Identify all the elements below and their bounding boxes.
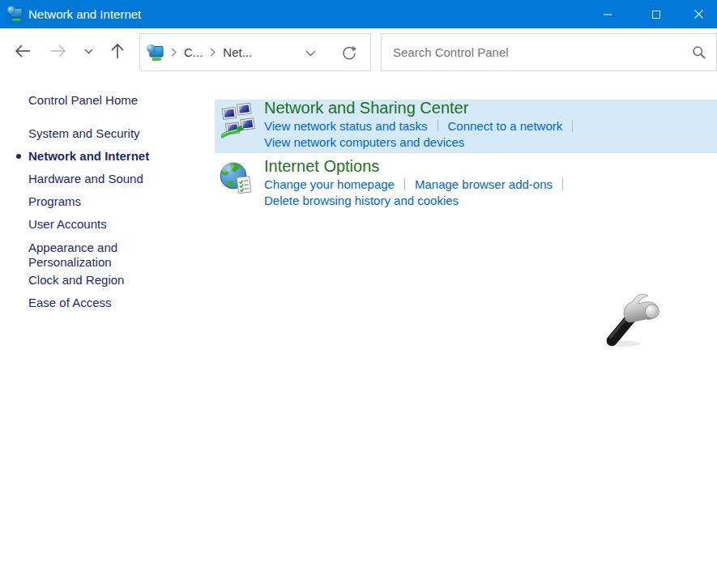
maximize-button[interactable] [632,0,681,28]
link-delete-browsing-history-and-cookies[interactable]: Delete browsing history and cookies [264,194,459,207]
sidebar-item-programs[interactable]: Programs [28,194,182,209]
sidebar-item-appearance-and-personalization[interactable]: Appearance and Personalization [28,241,158,270]
sidebar: Control Panel Home System and Security N… [0,74,215,588]
search-input[interactable] [382,34,716,70]
sidebar-item-label: Network and Internet [28,149,149,163]
link-view-network-computers-and-devices[interactable]: View network computers and devices [264,135,464,149]
link-change-your-homepage[interactable]: Change your homepage [264,177,395,191]
internet-options-icon[interactable] [219,160,254,196]
sidebar-item-label: Control Panel Home [28,93,138,107]
main-content: Network and Sharing Center View network … [215,74,717,588]
breadcrumb-network-and-internet[interactable]: Net... [221,40,254,64]
link-separator [572,120,573,132]
sidebar-item-control-panel-home[interactable]: Control Panel Home [28,93,182,108]
back-button[interactable] [10,28,36,74]
sidebar-item-label: Hardware and Sound [28,172,143,185]
sidebar-item-hardware-and-sound[interactable]: Hardware and Sound [28,172,182,186]
sidebar-item-label: User Accounts [28,217,107,231]
network-location-icon [146,43,165,62]
sidebar-item-label: Clock and Region [28,273,124,287]
breadcrumb-chevron-icon [171,48,177,57]
recent-pages-dropdown-button[interactable] [79,28,97,74]
sidebar-item-system-and-security[interactable]: System and Security [28,126,182,141]
chevron-down-icon [84,49,93,54]
sidebar-item-label: System and Security [28,126,140,140]
sidebar-item-label: Appearance and Personalization [28,241,117,269]
network-monitor-icon [6,5,24,23]
active-item-bullet-icon [16,154,21,159]
task-link-row: Delete browsing history and cookies [264,194,459,207]
forward-button[interactable] [45,28,71,74]
sidebar-item-user-accounts[interactable]: User Accounts [28,217,182,232]
link-connect-to-a-network[interactable]: Connect to a network [448,119,563,133]
sidebar-item-ease-of-access[interactable]: Ease of Access [28,296,182,310]
sidebar-item-clock-and-region[interactable]: Clock and Region [28,273,182,288]
link-separator [404,178,405,190]
category-title-network-and-sharing-center[interactable]: Network and Sharing Center [264,99,468,117]
maximize-icon [651,10,661,19]
chevron-down-icon [305,50,316,57]
refresh-icon [341,45,357,62]
search-box [381,33,717,71]
forward-arrow-icon [49,44,67,58]
refresh-button[interactable] [336,34,362,72]
link-view-network-status-and-tasks[interactable]: View network status and tasks [264,119,428,133]
link-separator [562,178,563,190]
hammer-cursor-icon [602,288,664,349]
task-link-row: View network status and tasks Connect to… [264,119,583,133]
address-bar[interactable]: C... Net... [139,33,371,71]
search-icon[interactable] [692,45,706,60]
category-title-internet-options[interactable]: Internet Options [264,157,379,176]
link-manage-browser-add-ons[interactable]: Manage browser add-ons [415,177,553,191]
title-bar: Network and Internet [0,0,717,28]
address-dropdown-button[interactable] [299,34,322,72]
close-button[interactable] [681,0,717,28]
up-button[interactable] [105,28,130,74]
sidebar-item-network-and-internet[interactable]: Network and Internet [28,149,182,164]
close-icon [694,9,704,19]
control-panel-window: Network and Internet [0,0,717,588]
up-arrow-icon [110,42,125,60]
back-arrow-icon [14,44,32,58]
link-separator [437,120,438,132]
breadcrumb-control-panel[interactable]: C... [182,40,204,64]
window-title: Network and Internet [28,0,141,28]
task-link-row: Change your homepage Manage browser add-… [264,177,573,191]
minimize-button[interactable] [583,0,632,28]
navigation-toolbar: C... Net... [0,28,717,74]
sidebar-item-label: Ease of Access [28,296,112,309]
task-link-row: View network computers and devices [264,135,464,149]
breadcrumb-chevron-icon [210,48,216,57]
sidebar-item-label: Programs [28,194,81,208]
network-and-sharing-center-icon[interactable] [221,103,257,138]
minimize-icon [603,10,612,19]
